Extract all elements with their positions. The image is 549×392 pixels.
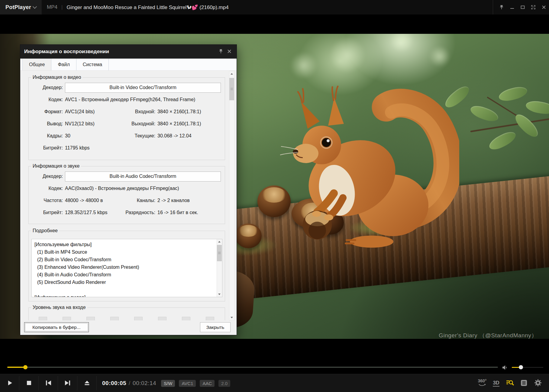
- bokeh-light: [329, 37, 366, 73]
- frames-value: 30: [65, 133, 70, 139]
- list-item[interactable]: (3) Enhanced Video Renderer(Custom Prese…: [34, 263, 216, 271]
- list-item[interactable]: (2) Built-in Video Codec/Transform: [34, 256, 216, 263]
- skip-next-icon: [64, 379, 71, 387]
- audio-bitrate-row: Битрейт:128.352/127.5 kbps Разрядность:1…: [29, 207, 225, 219]
- volume-handle[interactable]: [519, 365, 523, 369]
- scroll-up-button[interactable]: [229, 71, 234, 76]
- total-time: 00:02:14: [133, 380, 156, 387]
- output-label: Вывод:: [32, 121, 63, 127]
- video-watermark: Ginger's Diary （@StarAndManny）: [439, 332, 537, 339]
- level-meter-box: [110, 317, 119, 320]
- speaker-icon: [501, 367, 509, 372]
- audio-frequency-row: Частота:48000 -> 48000 в Каналы:2 -> 2 к…: [29, 194, 225, 207]
- video-decoder-row: Декодер: Built-in Video Codec/Transform: [29, 82, 225, 94]
- playlist-icon: [520, 379, 528, 388]
- input-level-group: Уровень звука на входе: [28, 307, 225, 320]
- format-label: Формат:: [32, 109, 63, 114]
- close-window-button[interactable]: [538, 0, 549, 14]
- play-button[interactable]: [0, 376, 19, 390]
- list-item[interactable]: (4) Built-in Audio Codec/Transform: [34, 271, 216, 278]
- bitrate-value: 128.352/127.5 kbps: [65, 210, 108, 215]
- bitrate-label: Битрейт:: [32, 145, 63, 151]
- audio-info-legend: Информация о звуке: [31, 163, 81, 169]
- pin-icon: [218, 49, 224, 55]
- eject-icon: [84, 380, 90, 387]
- playlist-button[interactable]: [517, 376, 531, 390]
- codec-value: AAC(0xaac0) - Встроенные декодеры FFmpeg…: [65, 186, 179, 191]
- skip-previous-icon: [45, 379, 52, 387]
- video-decoder-button[interactable]: Built-in Video Codec/Transform: [65, 83, 221, 93]
- fullscreen-button[interactable]: [528, 0, 538, 14]
- scroll-up-button[interactable]: [217, 239, 222, 244]
- app-title: PotPlayer: [5, 4, 31, 11]
- dialog-titlebar[interactable]: Информация о воспроизведении: [20, 45, 237, 59]
- level-meter-box: [39, 317, 47, 320]
- view-360-button[interactable]: 360°: [475, 376, 489, 390]
- volume-bar[interactable]: [522, 367, 543, 368]
- tab-general[interactable]: Общее: [22, 59, 51, 70]
- list-item[interactable]: (5) DirectSound Audio Renderer: [34, 278, 216, 286]
- open-eject-button[interactable]: [77, 376, 97, 390]
- video-info-group: Информация о видео Декодер: Built-in Vid…: [28, 77, 225, 160]
- list-item[interactable]: [Информация о видео]: [34, 294, 216, 297]
- bokeh-light: [429, 46, 450, 67]
- minimize-icon: [509, 5, 515, 10]
- minimize-button[interactable]: [507, 0, 517, 14]
- maximize-button[interactable]: [517, 0, 528, 14]
- video-frames-row: Кадры:30 Текущие:30.068 -> 12.04: [29, 130, 225, 142]
- potplayer-window: PotPlayer MP4 | Ginger and MooMoo Rescue…: [0, 0, 549, 392]
- level-meter-box: [86, 317, 95, 320]
- tab-file[interactable]: Файл: [51, 59, 76, 70]
- pin-window-button[interactable]: [496, 0, 507, 14]
- window-titlebar: PotPlayer MP4 | Ginger and MooMoo Rescue…: [0, 0, 549, 14]
- view-3d-button[interactable]: 3D: [489, 376, 503, 390]
- output-value: NV12(12 bits): [65, 121, 95, 127]
- seek-bar[interactable]: [7, 367, 498, 368]
- previous-button[interactable]: [39, 376, 58, 390]
- audio-decoder-button[interactable]: Built-in Audio Codec/Transform: [65, 172, 221, 182]
- video-output-row: Вывод:NV12(12 bits) Выходной:3840 × 2160…: [29, 118, 225, 130]
- play-icon: [6, 379, 13, 387]
- triangle-down-icon: [231, 317, 233, 318]
- app-menu-button[interactable]: PotPlayer: [0, 0, 42, 14]
- render-mode-badge: S/W: [161, 380, 175, 387]
- settings-button[interactable]: [531, 376, 545, 390]
- scroll-down-button[interactable]: [217, 292, 222, 297]
- dialog-content: Информация о видео Декодер: Built-in Vid…: [20, 71, 237, 320]
- listbox-scrollbar[interactable]: [217, 239, 222, 297]
- stop-button[interactable]: [19, 376, 39, 390]
- bitdepth-label: Разрядность:: [125, 210, 155, 215]
- input-value: 3840 × 2160(1.78:1): [157, 109, 201, 114]
- tab-system[interactable]: Система: [76, 59, 109, 70]
- dialog-scrollbar[interactable]: [229, 71, 235, 320]
- playback-info-button[interactable]: [503, 376, 517, 390]
- audio-info-group: Информация о звуке Декодер: Built-in Aud…: [28, 166, 225, 224]
- volume-button[interactable]: [501, 364, 509, 372]
- level-meter-box: [206, 317, 214, 320]
- list-item[interactable]: (1) Built-in MP4 Source: [34, 248, 216, 256]
- view-3d-label: 3D: [493, 380, 499, 387]
- media-title: Ginger and MooMoo Rescue a Fainted Littl…: [66, 4, 493, 11]
- seek-handle[interactable]: [23, 365, 27, 369]
- filters-listbox[interactable]: [Используемые фильтры] (1) Built-in MP4 …: [31, 239, 222, 297]
- current-value: 30.068 -> 12.04: [157, 133, 192, 139]
- codec-label: Кодек:: [32, 186, 63, 191]
- frames-label: Кадры:: [32, 133, 63, 139]
- scrollbar-thumb[interactable]: [217, 245, 222, 261]
- audio-decoder-row: Декодер: Built-in Audio Codec/Transform: [29, 170, 225, 182]
- dialog-pin-button[interactable]: [217, 47, 225, 56]
- leaf: [487, 129, 518, 153]
- close-dialog-button[interactable]: Закрыть: [200, 322, 231, 332]
- copy-to-clipboard-button[interactable]: Копировать в буфер...: [24, 322, 89, 332]
- next-button[interactable]: [58, 376, 77, 390]
- current-time: 00:00:05: [102, 380, 126, 387]
- bitrate-value: 11795 kbps: [65, 145, 90, 151]
- list-item[interactable]: [34, 286, 216, 294]
- scrollbar-thumb[interactable]: [229, 78, 234, 100]
- list-item[interactable]: [Используемые фильтры]: [34, 241, 216, 248]
- level-meter: [29, 317, 225, 320]
- video-bitrate-row: Битрейт: 11795 kbps: [29, 142, 225, 154]
- scroll-down-button[interactable]: [229, 315, 234, 320]
- dialog-close-button[interactable]: [225, 47, 234, 56]
- current-label: Текущие:: [125, 133, 155, 139]
